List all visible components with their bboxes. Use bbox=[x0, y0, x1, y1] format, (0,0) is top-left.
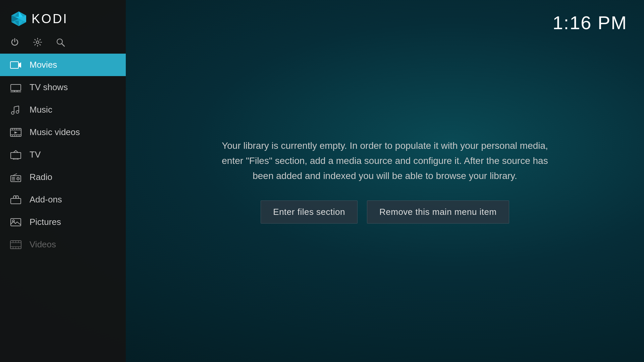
svg-rect-14 bbox=[11, 84, 21, 90]
sidebar-item-music-videos[interactable]: Music videos bbox=[0, 121, 126, 143]
svg-point-10 bbox=[57, 39, 62, 44]
videos-icon bbox=[10, 240, 22, 249]
svg-rect-46 bbox=[11, 198, 21, 204]
svg-rect-47 bbox=[11, 219, 21, 226]
app-title: KODI bbox=[32, 12, 68, 26]
radio-label: Radio bbox=[30, 172, 52, 182]
sidebar-item-tv-shows[interactable]: TV shows bbox=[0, 76, 126, 99]
tv-shows-icon bbox=[10, 83, 22, 92]
svg-rect-35 bbox=[11, 153, 21, 159]
sidebar-item-radio[interactable]: Radio bbox=[0, 166, 126, 188]
sidebar-item-pictures[interactable]: Pictures bbox=[0, 211, 126, 233]
settings-button[interactable] bbox=[33, 38, 42, 47]
music-icon bbox=[10, 105, 22, 115]
svg-point-9 bbox=[36, 41, 39, 44]
power-button[interactable] bbox=[10, 38, 19, 47]
sidebar-item-add-ons[interactable]: Add-ons bbox=[0, 188, 126, 211]
pictures-label: Pictures bbox=[30, 217, 61, 227]
svg-point-19 bbox=[16, 111, 19, 113]
radio-icon bbox=[10, 173, 22, 182]
music-label: Music bbox=[30, 105, 52, 115]
enter-files-section-button[interactable]: Enter files section bbox=[261, 200, 358, 224]
music-videos-label: Music videos bbox=[30, 127, 80, 137]
sidebar-item-tv[interactable]: TV bbox=[0, 143, 126, 166]
sidebar-header: KODI bbox=[0, 0, 126, 34]
svg-point-41 bbox=[18, 178, 19, 179]
movies-icon bbox=[10, 60, 22, 70]
sidebar: KODI bbox=[0, 0, 126, 362]
time-display: 1:16 PM bbox=[552, 12, 627, 34]
svg-rect-12 bbox=[10, 62, 18, 68]
music-videos-icon bbox=[10, 128, 22, 137]
videos-label: Videos bbox=[30, 239, 56, 250]
svg-point-18 bbox=[11, 112, 14, 114]
sidebar-controls bbox=[0, 34, 126, 54]
action-buttons: Enter files section Remove this main men… bbox=[261, 200, 509, 224]
search-button[interactable] bbox=[56, 38, 65, 47]
sidebar-nav: Movies TV shows bbox=[0, 54, 126, 362]
sidebar-item-movies[interactable]: Movies bbox=[0, 54, 126, 76]
svg-line-22 bbox=[14, 106, 19, 107]
svg-line-11 bbox=[62, 44, 65, 47]
movies-label: Movies bbox=[30, 60, 57, 70]
tv-icon bbox=[10, 150, 22, 160]
sidebar-item-videos[interactable]: Videos bbox=[0, 233, 126, 256]
tv-label: TV bbox=[30, 149, 41, 160]
empty-library-message: Your library is currently empty. In orde… bbox=[221, 138, 549, 183]
svg-marker-13 bbox=[18, 62, 21, 68]
kodi-logo-icon bbox=[10, 10, 28, 27]
tv-shows-label: TV shows bbox=[30, 82, 68, 93]
sidebar-item-music[interactable]: Music bbox=[0, 99, 126, 121]
content-area: Your library is currently empty. In orde… bbox=[126, 0, 644, 362]
addons-label: Add-ons bbox=[30, 194, 62, 205]
remove-menu-item-button[interactable]: Remove this main menu item bbox=[367, 200, 509, 224]
main-content: 1:16 PM Your library is currently empty.… bbox=[126, 0, 644, 362]
addons-icon bbox=[10, 195, 22, 204]
svg-marker-34 bbox=[14, 131, 17, 134]
pictures-icon bbox=[10, 218, 22, 227]
